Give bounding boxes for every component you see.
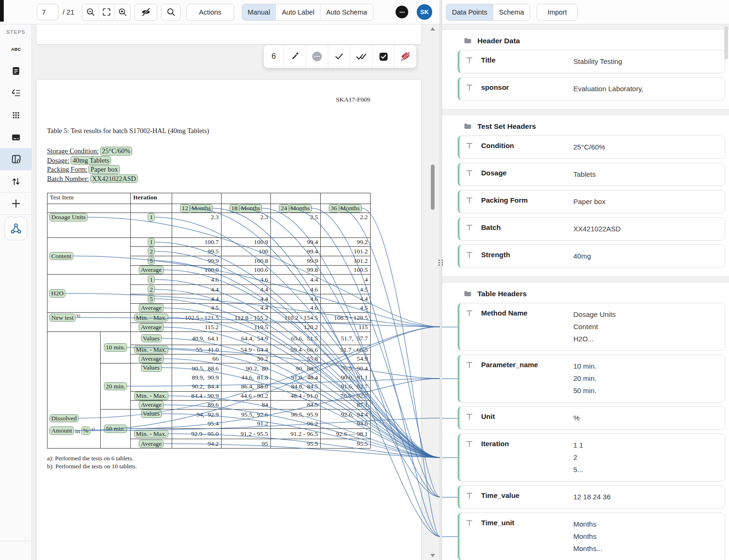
data-point-batch[interactable]: Batch XX421022ASD (458, 217, 725, 241)
annotation-highlight[interactable]: Average (139, 304, 163, 312)
annotation-highlight[interactable]: % (82, 427, 90, 434)
tab-data-points[interactable]: Data Points (446, 4, 493, 20)
user-avatar[interactable]: SK (417, 4, 432, 20)
annotation-highlight[interactable]: 2 (148, 248, 154, 255)
table-cell: Average (131, 323, 172, 332)
data-point-iteration[interactable]: Iteration 1 125... (458, 434, 725, 481)
annotation-highlight[interactable]: Values (142, 335, 161, 342)
data-point-dosage[interactable]: Dosage Tablets (458, 163, 725, 186)
annotation-highlight[interactable]: Min. - Max. (135, 392, 168, 400)
table-cell: 100.8 (222, 256, 271, 266)
magic-wand-button[interactable] (284, 45, 306, 68)
hide-annotations-button[interactable] (135, 4, 157, 21)
search-button[interactable] (161, 4, 181, 21)
data-point-condition[interactable]: Condition 25°C/60% (458, 135, 725, 159)
zoom-in-button[interactable] (114, 4, 130, 20)
label-off-icon (400, 51, 411, 62)
sidebar-item-grid-dots[interactable] (0, 104, 32, 126)
annotation-highlight[interactable]: Average (139, 401, 163, 409)
data-point-sponsor[interactable]: sponsor Evaluation Laboratory, (458, 77, 725, 101)
annotation-highlight[interactable]: Average (139, 440, 163, 448)
more-menu-button[interactable] (396, 6, 408, 18)
sidebar-item-abc-text[interactable]: ABC (0, 38, 32, 60)
annotation-highlight[interactable]: 1 (148, 276, 154, 284)
zoom-out-button[interactable] (82, 4, 98, 20)
sidebar-item-workflow-hub[interactable] (0, 214, 32, 242)
annotation-highlight[interactable]: 10 min. (104, 344, 127, 351)
annotation-highlight[interactable]: 1 (148, 213, 154, 221)
annotation-highlight[interactable]: Average (139, 355, 163, 363)
annotation-highlight[interactable]: Min. - Max. (135, 430, 168, 438)
annotation-highlight[interactable]: Months (239, 205, 261, 212)
actions-button[interactable]: Actions (186, 4, 234, 21)
sidebar-item-form-field[interactable] (0, 126, 32, 148)
document-viewport[interactable]: SKA17-F009 Table 5: Test results for bat… (32, 24, 440, 560)
table-cell (131, 204, 172, 213)
import-button[interactable]: Import (537, 4, 578, 21)
annotation-highlight[interactable]: Average (139, 323, 163, 331)
folder-icon (463, 289, 472, 298)
tab-auto-schema[interactable]: Auto Schema (320, 4, 373, 20)
annotation-highlight[interactable]: 25°C/60% (101, 147, 132, 155)
annotation-highlight[interactable]: 12 (181, 205, 190, 212)
tab-schema[interactable]: Schema (493, 4, 530, 20)
data-point-time-value[interactable]: Time_value 12 18 24 36 (458, 485, 725, 509)
annotation-highlight[interactable]: 2 (148, 286, 154, 293)
tab-manual[interactable]: Manual (242, 4, 276, 20)
annotation-highlight[interactable]: 20 min. (104, 383, 127, 390)
check-button[interactable] (328, 45, 350, 68)
annotation-highlight[interactable]: 5 (148, 257, 154, 265)
scroll-up-arrow[interactable] (430, 27, 435, 31)
link-layout-icon (11, 154, 22, 165)
annotation-highlight[interactable]: Months (289, 205, 311, 212)
data-point-unit[interactable]: Unit % (458, 406, 725, 430)
annotation-highlight[interactable]: Months (339, 205, 361, 212)
annotation-highlight[interactable]: 40mg Tablets (71, 157, 111, 165)
scrollbar-thumb[interactable] (431, 165, 435, 210)
scroll-down-arrow[interactable] (430, 554, 435, 557)
panel-scrollbar-thumb[interactable] (724, 26, 728, 59)
annotation-highlight[interactable]: 36 (329, 205, 339, 212)
annotation-highlight[interactable]: Amount (50, 427, 73, 434)
sidebar-item-link-layout[interactable] (0, 148, 32, 170)
annotation-highlight[interactable]: Paper box (89, 166, 119, 174)
document-scrollbar[interactable] (429, 25, 436, 559)
panel-splitter[interactable] (440, 0, 442, 560)
annotation-highlight[interactable]: XX421022ASD (91, 175, 137, 183)
annotation-highlight[interactable]: Dosage Units (50, 213, 87, 221)
annotation-highlight[interactable]: 24 (279, 205, 289, 212)
sidebar-item-swap-arrows[interactable] (0, 170, 32, 192)
table-cell: 55.8 (271, 355, 321, 363)
annotation-highlight[interactable]: 1 (148, 238, 154, 246)
more-gray-button[interactable] (306, 45, 328, 68)
annotation-highlight[interactable]: H2O (50, 290, 65, 297)
data-point-title[interactable]: Title Stability Testing (458, 50, 725, 73)
sidebar-item-document[interactable] (0, 60, 32, 82)
annotation-highlight[interactable]: Values (142, 410, 161, 418)
annotation-highlight[interactable]: Dissolved (50, 415, 78, 422)
annotation-highlight[interactable]: Content (50, 252, 73, 260)
annotation-highlight[interactable]: Values (142, 364, 161, 371)
checkbox-checked-button[interactable] (372, 45, 394, 68)
data-point-packing-form[interactable]: Packing Form Paper box (458, 190, 725, 213)
label-off-button[interactable] (394, 45, 416, 68)
annotation-highlight[interactable]: Months (190, 205, 212, 212)
annotation-highlight[interactable]: 5 (148, 295, 154, 303)
data-point-time-unit[interactable]: Time_unit MonthsMonthsMonths... (458, 513, 725, 560)
annotation-highlight[interactable]: Average (139, 266, 163, 274)
annotation-highlight[interactable]: New test (50, 314, 75, 322)
tab-auto-label[interactable]: Auto Label (276, 4, 320, 20)
splitter-drag-handle[interactable] (438, 259, 444, 267)
data-point-method-name[interactable]: Method Name Dosage UnitsContentH2O... (458, 303, 725, 351)
annotation-highlight[interactable]: 50 min. (104, 425, 127, 433)
double-check-button[interactable] (350, 45, 372, 68)
data-point-parameter-name[interactable]: Parameter_name 10 min.20 min.50 min. (458, 355, 725, 402)
annotation-highlight[interactable]: Min. - Max. (135, 346, 168, 354)
sidebar-item-steps-list[interactable] (0, 82, 32, 104)
annotation-highlight[interactable]: Min. - Max. (135, 314, 168, 322)
sidebar-item-add[interactable] (0, 192, 32, 214)
fit-screen-button[interactable] (98, 4, 114, 20)
annotation-highlight[interactable]: 18 (230, 205, 239, 212)
page-number-input[interactable] (37, 4, 58, 20)
data-point-strength[interactable]: Strength 40mg (458, 245, 725, 268)
